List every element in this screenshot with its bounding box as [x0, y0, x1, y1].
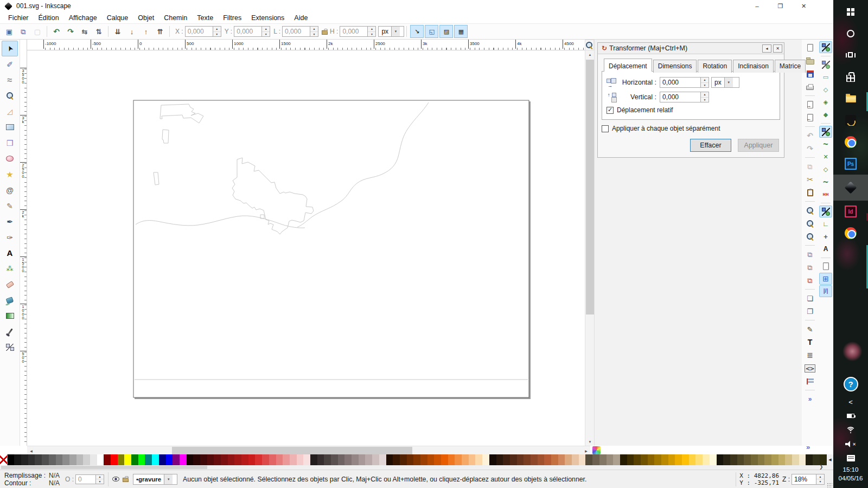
swatch-800000[interactable] [104, 454, 111, 465]
resize-grip[interactable] [827, 483, 832, 488]
snap-others-button[interactable] [819, 206, 832, 217]
selector-button[interactable]: ➤ [2, 41, 18, 56]
opacity-spinner[interactable]: ▲▼ [96, 474, 104, 484]
swatch-170202[interactable] [187, 454, 194, 465]
swatch-a89898[interactable] [359, 454, 366, 465]
swatch-251b00[interactable] [620, 454, 627, 465]
swatch-222222[interactable] [21, 454, 28, 465]
swatch-3e3e3e[interactable] [35, 454, 42, 465]
swatch-6f6363[interactable] [338, 454, 345, 465]
fill-stroke-dialog-button[interactable]: ✎ [803, 323, 817, 336]
rotate-cw-button[interactable]: ↷ [63, 25, 78, 38]
x-spinner[interactable]: ▲▼ [213, 26, 221, 37]
swatch-edae00[interactable] [675, 454, 682, 465]
swatch-1f0d00[interactable] [386, 454, 393, 465]
swatch-9c3f00[interactable] [420, 454, 427, 465]
swatch-827665[interactable] [599, 454, 607, 465]
taskbar-volume-muted[interactable]: ✕ [833, 437, 868, 451]
horizontal-ruler[interactable]: -1000-5000500100015002k25003k35004k4500 [27, 40, 585, 50]
swatch-670d0d[interactable] [214, 454, 221, 465]
menu-edition[interactable]: Édition [34, 13, 64, 23]
swatch-a27700[interactable] [654, 454, 661, 465]
swatch-ffe077[interactable] [695, 454, 703, 465]
swatch-ffff00[interactable] [124, 454, 131, 465]
swatch-ffd23f[interactable] [689, 454, 696, 465]
connector-button[interactable] [2, 339, 18, 355]
spiral-button[interactable]: @ [2, 182, 18, 198]
swatch-d1d1d1[interactable] [83, 454, 90, 465]
xml-editor-button[interactable]: <> [803, 362, 817, 375]
scroll-left-arrow[interactable]: ◀ [27, 446, 35, 455]
lock-ratio[interactable] [322, 29, 327, 35]
undo-button-disabled[interactable]: ↶ [803, 129, 817, 142]
select-all-layers-button[interactable]: ⧉ [16, 25, 30, 38]
text-tool-button[interactable]: A [2, 245, 18, 261]
swatch-522916[interactable] [510, 454, 517, 465]
swatch-e9c4a4[interactable] [572, 454, 579, 465]
taskbar-inkscape[interactable] [833, 175, 868, 201]
snap-path-intersections-button[interactable]: ✕ [819, 151, 832, 163]
swatch-f38f42[interactable] [455, 454, 462, 465]
y-input[interactable]: 0,000 [234, 26, 262, 37]
minimize-button[interactable]: – [745, 0, 769, 12]
snap-bbox-button[interactable] [819, 59, 832, 70]
export-button[interactable]: ← [803, 111, 817, 124]
swatch-008080[interactable] [145, 454, 152, 465]
snap-bbox-corners-button[interactable]: ◇ [819, 84, 832, 95]
maximize-button[interactable]: ❐ [769, 0, 792, 12]
apply-button[interactable]: Appliquer [738, 139, 779, 152]
import-button[interactable]: → [803, 98, 817, 111]
swatch-896400[interactable] [648, 454, 655, 465]
taskbar-action-center[interactable] [833, 451, 868, 465]
swatch-0000ff[interactable] [166, 454, 173, 465]
swatch-fff9dd[interactable] [710, 454, 717, 465]
duplicate-button[interactable]: ⧉ [803, 248, 817, 261]
menu-chemin[interactable]: Chemin [159, 13, 192, 23]
tweak-button[interactable]: ≈ [2, 72, 18, 88]
swatch-d49b00[interactable] [668, 454, 675, 465]
taskbar-chrome[interactable] [833, 131, 868, 153]
flip-horizontal-button[interactable]: ⇆ [78, 25, 92, 38]
copy-button-disabled[interactable]: ⧉ [803, 160, 817, 173]
vertical-spinner[interactable]: ▲▼ [701, 92, 709, 102]
swatch-512100[interactable] [400, 454, 407, 465]
horizontal-scroll-thumb[interactable] [172, 447, 412, 454]
dialog-unit-dropdown[interactable]: px ▼ [711, 77, 739, 88]
horizontal-input[interactable]: 0,000 [660, 77, 701, 88]
taskbar-help[interactable]: ? [833, 373, 868, 395]
calligraphy-button[interactable]: ✑ [2, 229, 18, 245]
swatch-2a150a[interactable] [496, 454, 503, 465]
swatch-bb8900[interactable] [661, 454, 668, 465]
swatch-d93030[interactable] [255, 454, 262, 465]
redo-button-disabled[interactable]: ↷ [803, 142, 817, 155]
swatch-e8e8e8[interactable] [90, 454, 97, 465]
vertical-input[interactable]: 0,000 [660, 92, 701, 102]
swatch-c1ad66[interactable] [778, 454, 786, 465]
swatch-bbaaaa[interactable] [365, 454, 372, 465]
clone-button[interactable]: ⧉ [803, 261, 817, 274]
dock-collapse-button[interactable]: ◂ [762, 44, 771, 53]
snap-paths-button[interactable]: ~ [819, 138, 832, 150]
taskbar-wifi[interactable] [833, 423, 868, 437]
layers-dialog-button[interactable]: ≣ [803, 349, 817, 362]
canvas[interactable] [27, 50, 585, 446]
horizontal-scrollbar[interactable]: ◀ ▶ [27, 446, 590, 454]
swatch-7c1010[interactable] [221, 454, 228, 465]
width-input[interactable]: 0,000 [282, 26, 310, 37]
swatch-62572e[interactable] [744, 454, 751, 465]
vertical-scroll-thumb[interactable] [586, 60, 594, 314]
swatch-362e2e[interactable] [317, 454, 324, 465]
zoom-tool-button[interactable] [2, 88, 18, 104]
swatch-d1875c[interactable] [558, 454, 565, 465]
swatch-5c5151[interactable] [331, 454, 338, 465]
close-button[interactable]: ✕ [792, 0, 815, 12]
height-input[interactable]: 0,000 [340, 26, 368, 37]
swatch-6a2b00[interactable] [407, 454, 414, 465]
vertical-ruler[interactable]: 35003k25002k15001000500 [20, 40, 27, 446]
checkbox-unchecked-icon[interactable] [602, 125, 609, 132]
swatch-e67e7e[interactable] [276, 454, 283, 465]
box-3d-button[interactable]: ❒ [2, 135, 18, 151]
swatch-000000[interactable] [8, 454, 15, 465]
swatch-292413[interactable] [723, 454, 730, 465]
clear-button[interactable]: Effacer [690, 139, 731, 152]
